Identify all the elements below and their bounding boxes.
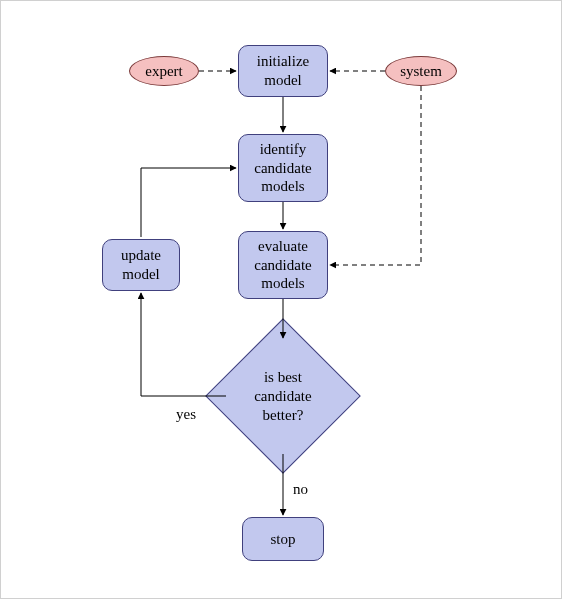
edge-system-evaluate	[330, 86, 421, 265]
edge-update-identify	[141, 168, 236, 237]
system-label: system	[400, 62, 442, 81]
initialize-model-node: initialize model	[238, 45, 328, 97]
no-label: no	[293, 481, 308, 498]
expert-label: expert	[145, 62, 182, 81]
identify-candidate-label: identify candidate models	[254, 140, 311, 196]
decision-node: is best candidate better?	[205, 318, 361, 474]
system-node: system	[385, 56, 457, 86]
stop-node: stop	[242, 517, 324, 561]
flowchart-canvas: expert system initialize model identify …	[0, 0, 562, 599]
decision-label: is best candidate better?	[254, 369, 311, 423]
yes-label: yes	[176, 406, 196, 423]
evaluate-candidate-node: evaluate candidate models	[238, 231, 328, 299]
stop-label: stop	[270, 530, 295, 549]
edge-decision-update	[141, 293, 226, 396]
evaluate-candidate-label: evaluate candidate models	[254, 237, 311, 293]
update-model-label: update model	[121, 246, 161, 284]
update-model-node: update model	[102, 239, 180, 291]
initialize-model-label: initialize model	[257, 52, 309, 90]
identify-candidate-node: identify candidate models	[238, 134, 328, 202]
expert-node: expert	[129, 56, 199, 86]
